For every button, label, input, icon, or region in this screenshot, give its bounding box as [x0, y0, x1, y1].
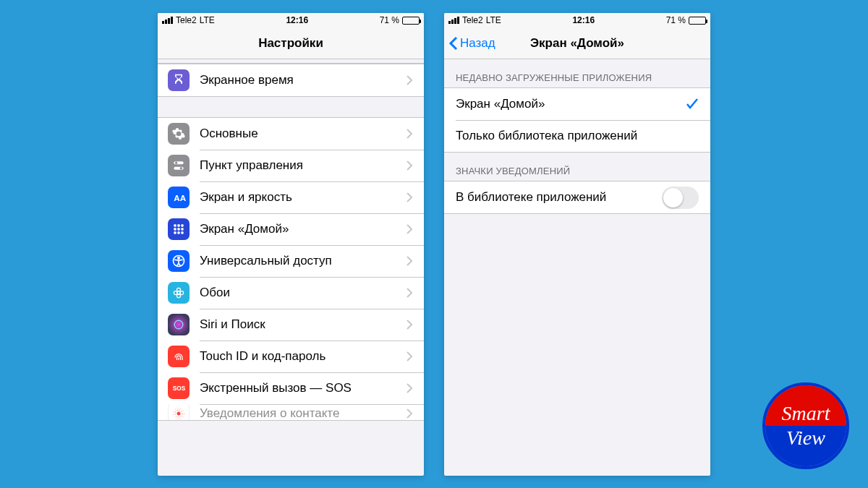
svg-text:SOS: SOS — [173, 385, 186, 392]
svg-point-3 — [180, 167, 182, 169]
svg-point-15 — [178, 257, 180, 260]
option-label: Только библиотека приложений — [456, 129, 699, 143]
settings-group-general: Основные Пункт управления AA Экран и ярк… — [158, 117, 424, 421]
chevron-right-icon — [407, 256, 412, 266]
chevron-right-icon — [407, 383, 412, 393]
chevron-right-icon — [407, 320, 412, 330]
chevron-right-icon — [407, 160, 412, 171]
chevron-right-icon — [407, 129, 412, 139]
row-label: Экран и яркость — [200, 190, 396, 205]
svg-rect-8 — [174, 228, 176, 230]
logo-text-top: Smart — [782, 401, 830, 426]
row-emergency-sos[interactable]: SOS Экстренный вызов — SOS — [158, 372, 424, 404]
row-label: Экран «Домой» — [200, 222, 396, 236]
chevron-right-icon — [407, 351, 412, 361]
chevron-right-icon — [407, 75, 412, 85]
row-siri-search[interactable]: Siri и Поиск — [158, 309, 424, 341]
status-time: 12:16 — [572, 15, 595, 25]
accessibility-icon — [168, 250, 190, 272]
toggles-icon — [168, 155, 190, 176]
watermark-logo: Smart View — [762, 382, 849, 469]
carrier-label: Tele2 — [462, 15, 483, 25]
display-icon: AA — [168, 187, 190, 208]
svg-text:AA: AA — [174, 193, 186, 202]
section-newly-downloaded: Экран «Домой» Только библиотека приложен… — [444, 87, 710, 153]
section-header-notification-badges: ЗНАЧКИ УВЕДОМЛЕНИЙ — [444, 153, 710, 181]
svg-rect-10 — [181, 228, 183, 230]
status-bar: Tele2 LTE 12:16 71 % — [444, 13, 710, 27]
page-title: Настройки — [258, 36, 323, 51]
svg-rect-12 — [177, 231, 179, 234]
toggle-switch[interactable] — [662, 187, 699, 209]
logo-text-bot: View — [786, 426, 825, 450]
row-home-screen[interactable]: Экран «Домой» — [158, 213, 424, 245]
chevron-right-icon — [407, 408, 412, 419]
network-label: LTE — [200, 15, 215, 25]
svg-point-21 — [174, 320, 183, 329]
fingerprint-icon — [168, 346, 190, 367]
row-exposure-notifications[interactable]: Уведомления о контакте — [158, 404, 424, 420]
carrier-label: Tele2 — [176, 15, 197, 25]
chevron-right-icon — [407, 192, 412, 202]
row-accessibility[interactable]: Универсальный доступ — [158, 245, 424, 277]
svg-point-23 — [177, 412, 181, 416]
section-header-newly-downloaded: НЕДАВНО ЗАГРУЖЕННЫЕ ПРИЛОЖЕНИЯ — [444, 59, 710, 87]
row-label: Экстренный вызов — SOS — [200, 381, 396, 395]
signal-icon — [448, 17, 459, 24]
signal-icon — [162, 17, 173, 24]
svg-point-2 — [175, 162, 177, 164]
option-home-screen[interactable]: Экран «Домой» — [444, 88, 710, 120]
home-grid-icon — [168, 218, 190, 240]
row-label: Экранное время — [200, 73, 396, 87]
svg-rect-5 — [174, 224, 176, 226]
svg-rect-13 — [181, 231, 183, 234]
battery-icon — [402, 17, 420, 25]
row-wallpaper[interactable]: Обои — [158, 277, 424, 309]
hourglass-icon — [168, 69, 190, 91]
phone-settings: Tele2 LTE 12:16 71 % Настройки Экранное … — [158, 13, 424, 476]
svg-rect-6 — [177, 224, 179, 226]
battery-pct: 71 % — [666, 15, 686, 25]
row-label: Уведомления о контакте — [200, 406, 396, 420]
status-time: 12:16 — [286, 15, 308, 25]
exposure-icon — [168, 404, 190, 420]
nav-bar: Назад Экран «Домой» — [444, 27, 710, 59]
row-label: Пункт управления — [200, 158, 396, 173]
row-touchid-passcode[interactable]: Touch ID и код-пароль — [158, 341, 424, 372]
row-label: Siri и Поиск — [200, 317, 396, 332]
chevron-right-icon — [407, 224, 412, 234]
status-bar: Tele2 LTE 12:16 71 % — [158, 13, 424, 27]
row-label: Обои — [200, 286, 396, 300]
page-title: Экран «Домой» — [530, 36, 624, 51]
checkmark-icon — [686, 98, 699, 111]
toggle-label: В библиотеке приложений — [456, 190, 652, 205]
row-label: Основные — [200, 127, 396, 141]
option-label: Экран «Домой» — [456, 97, 676, 111]
network-label: LTE — [486, 15, 501, 25]
battery-icon — [689, 17, 706, 25]
row-control-center[interactable]: Пункт управления — [158, 150, 424, 181]
option-app-library-only[interactable]: Только библиотека приложений — [444, 120, 710, 152]
chevron-right-icon — [407, 288, 412, 298]
sos-icon: SOS — [168, 377, 190, 399]
toggle-in-app-library[interactable]: В библиотеке приложений — [444, 181, 710, 213]
nav-bar: Настройки — [158, 27, 424, 59]
row-label: Универсальный доступ — [200, 254, 396, 268]
phone-home-screen-settings: Tele2 LTE 12:16 71 % Назад Экран «Домой»… — [444, 13, 710, 476]
chevron-left-icon — [448, 36, 459, 51]
gear-icon — [168, 123, 190, 145]
svg-rect-7 — [181, 224, 183, 226]
wallpaper-icon — [168, 282, 190, 304]
back-button[interactable]: Назад — [448, 27, 495, 59]
section-notification-badges: В библиотеке приложений — [444, 181, 710, 214]
siri-icon — [168, 314, 190, 335]
battery-pct: 71 % — [380, 15, 399, 25]
back-label: Назад — [460, 36, 495, 51]
row-label: Touch ID и код-пароль — [200, 349, 396, 364]
row-screen-time[interactable]: Экранное время — [158, 64, 424, 96]
row-general[interactable]: Основные — [158, 118, 424, 150]
settings-group-screentime: Экранное время — [158, 64, 424, 97]
row-display-brightness[interactable]: AA Экран и яркость — [158, 181, 424, 213]
svg-rect-9 — [177, 228, 179, 230]
svg-rect-11 — [174, 231, 176, 234]
